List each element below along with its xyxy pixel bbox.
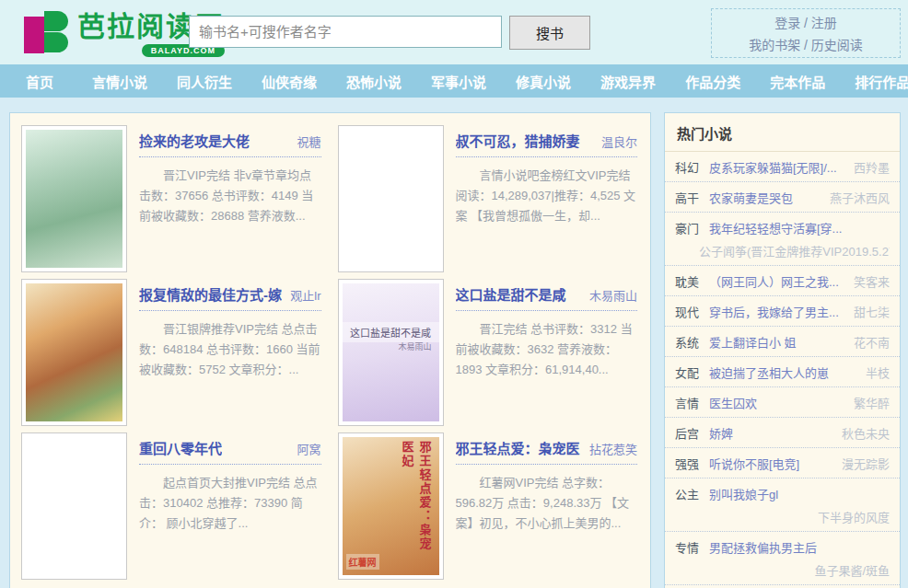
nav-item-game-world[interactable]: 游戏异界 xyxy=(586,72,670,91)
hot-title-link[interactable]: 皮系玩家躲猫猫[无限]/... xyxy=(709,158,848,176)
book-description: 言情小说吧金榜红文VIP完结 阅读：14,289,037|推荐：4,525 文案… xyxy=(456,166,638,226)
book-cover[interactable] xyxy=(21,125,127,272)
search-input[interactable] xyxy=(189,16,502,48)
book-head: 叔不可忍，猎捕娇妻 温良尔 xyxy=(456,131,638,157)
book-card: 叔不可忍，猎捕娇妻 温良尔 言情小说吧金榜红文VIP完结 阅读：14,289,0… xyxy=(338,123,646,277)
hot-item-main: 现代 穿书后，我嫁给了男主... 甜七柒 xyxy=(675,303,890,320)
book-cover-art xyxy=(26,437,122,575)
hot-category-tag: 公主 xyxy=(675,485,709,502)
hot-novels-panel: 热门小说 科幻 皮系玩家躲猫猫[无限]/... 西羚墨 高干 农家萌妻是哭包 燕… xyxy=(664,112,901,588)
book-cover-art xyxy=(26,283,122,421)
book-author-link[interactable]: 温良尔 xyxy=(596,133,637,150)
hot-title-link[interactable]: 娇婢 xyxy=(709,424,836,442)
nav-item-horror[interactable]: 恐怖小说 xyxy=(332,72,416,91)
hot-category-tag: 耽美 xyxy=(675,272,709,290)
hot-title-link[interactable]: 听说你不服[电竞] xyxy=(709,455,836,472)
hot-item-main: 专情 男配拯救偏执男主后 xyxy=(675,538,890,556)
book-cover[interactable]: 这口盐是甜不是咸木易雨山 xyxy=(338,279,444,426)
hot-title-link[interactable]: 别叫我娘子gl xyxy=(709,485,884,502)
book-cover[interactable] xyxy=(338,125,444,272)
hot-list-item: 系统 爱上翻译白小 姐 花不南 xyxy=(665,327,900,357)
hot-category-tag: 强强 xyxy=(675,455,709,472)
hot-author: 甜七柒 xyxy=(854,303,890,320)
hot-title-link[interactable]: 穿书后，我嫁给了男主... xyxy=(709,303,848,320)
hot-title-link[interactable]: 医生囚欢 xyxy=(709,394,848,411)
book-description: 晋江银牌推荐VIP完结 总点击数：648184 总书评数：1660 当前被收藏数… xyxy=(139,319,321,380)
book-card: 报复情敌的最佳方式-嫁 观止lr 晋江银牌推荐VIP完结 总点击数：648184… xyxy=(21,277,329,431)
hot-item-main: 耽美 （网王同人）网王之我... 笑客来 xyxy=(675,272,890,290)
book-info: 重回八零年代 阿窝 起点首页大封推VIP完结 总点击：310402 总推荐：73… xyxy=(127,432,329,584)
hot-title-link[interactable]: 农家萌妻是哭包 xyxy=(709,189,824,206)
nav-item-xianxia[interactable]: 仙侠奇缘 xyxy=(247,72,332,91)
book-info: 这口盐是甜不是咸 木易雨山 晋江完结 总书评数：3312 当前被收藏数：3632… xyxy=(444,279,646,431)
hot-item-main: 公主 别叫我娘子gl xyxy=(675,485,890,502)
book-card: 邪王轻点爱：枭宠医妃红薯网 邪王轻点爱：枭宠医 拈花惹笑 红薯网VIP完结 总字… xyxy=(338,431,646,584)
book-cover-art: 邪王轻点爱：枭宠医妃红薯网 xyxy=(343,437,439,575)
book-author-link[interactable]: 拈花惹笑 xyxy=(584,440,637,457)
hot-list-item: 高干 农家萌妻是哭包 燕子沐西风 xyxy=(665,182,900,213)
hot-title-link[interactable]: 我年纪轻轻想守活寡[穿... xyxy=(709,219,884,236)
hot-author: 笑客来 xyxy=(854,272,890,290)
book-cover[interactable] xyxy=(21,432,127,580)
book-title-link[interactable]: 邪王轻点爱：枭宠医 xyxy=(456,438,580,457)
hot-list-item: 公主 别叫我娘子gl 下半身的风度 xyxy=(665,478,900,532)
hot-panel-title: 热门小说 xyxy=(665,113,900,152)
book-grid: 捡来的老攻是大佬 祝糖 晋江VIP完结 非v章节章均点击数：37656 总书评数… xyxy=(21,123,645,584)
book-cover[interactable] xyxy=(21,279,127,426)
book-info: 捡来的老攻是大佬 祝糖 晋江VIP完结 非v章节章均点击数：37656 总书评数… xyxy=(127,125,329,277)
book-author-link[interactable]: 木易雨山 xyxy=(584,286,637,304)
hot-item-main: 系统 爱上翻译白小 姐 花不南 xyxy=(675,333,890,351)
content-area: 捡来的老攻是大佬 祝糖 晋江VIP完结 非v章节章均点击数：37656 总书评数… xyxy=(0,98,908,588)
book-head: 捡来的老攻是大佬 祝糖 xyxy=(139,131,321,157)
hot-category-tag: 言情 xyxy=(675,394,709,411)
nav-item-military[interactable]: 军事小说 xyxy=(416,72,501,91)
book-card: 重回八零年代 阿窝 起点首页大封推VIP完结 总点击：310402 总推荐：73… xyxy=(21,431,329,584)
nav-item-home[interactable]: 首页 xyxy=(11,72,77,91)
book-title-link[interactable]: 叔不可忍，猎捕娇妻 xyxy=(456,131,580,150)
search-area: 搜书 xyxy=(189,16,590,50)
book-head: 报复情敌的最佳方式-嫁 观止lr xyxy=(139,284,321,311)
search-button[interactable]: 搜书 xyxy=(509,16,590,50)
book-head: 重回八零年代 阿窝 xyxy=(139,438,321,465)
nav-item-categories[interactable]: 作品分类 xyxy=(670,72,755,91)
bookshelf-history-link[interactable]: 我的书架 / 历史阅读 xyxy=(749,35,863,53)
book-cover-art xyxy=(343,130,439,268)
hot-title-link[interactable]: （网王同人）网王之我... xyxy=(709,272,848,290)
hot-item-main: 高干 农家萌妻是哭包 燕子沐西风 xyxy=(675,189,890,206)
book-title-link[interactable]: 报复情敌的最佳方式-嫁 xyxy=(139,284,282,304)
hot-author: 漫无踪影 xyxy=(842,455,890,472)
login-register-link[interactable]: 登录 / 注册 xyxy=(774,13,837,31)
nav-item-romance[interactable]: 言情小说 xyxy=(77,72,162,91)
nav-item-fanfic[interactable]: 同人衍生 xyxy=(162,72,247,91)
nav-item-completed[interactable]: 完本作品 xyxy=(755,72,840,91)
book-card: 捡来的老攻是大佬 祝糖 晋江VIP完结 非v章节章均点击数：37656 总书评数… xyxy=(21,123,329,277)
book-author-link[interactable]: 阿窝 xyxy=(291,440,320,457)
nav-item-rankings[interactable]: 排行作品 xyxy=(840,72,908,91)
book-cover-art xyxy=(26,130,122,268)
hot-category-tag: 女配 xyxy=(675,363,709,381)
hot-list-item: 强强 听说你不服[电竞] 漫无踪影 xyxy=(665,448,900,478)
book-title-link[interactable]: 重回八零年代 xyxy=(139,438,222,457)
book-author-link[interactable]: 观止lr xyxy=(285,286,320,304)
hot-author: 西羚墨 xyxy=(854,158,890,176)
hot-title-link[interactable]: 爱上翻译白小 姐 xyxy=(709,333,848,351)
hot-list-item: 后宫 娇婢 秋色未央 xyxy=(665,418,900,448)
book-head: 邪王轻点爱：枭宠医 拈花惹笑 xyxy=(456,438,638,465)
hot-list-item: 科幻 皮系玩家躲猫猫[无限]/... 西羚墨 xyxy=(665,152,900,182)
book-cover[interactable]: 邪王轻点爱：枭宠医妃红薯网 xyxy=(338,432,444,580)
book-author-link[interactable]: 祝糖 xyxy=(291,133,320,150)
cover-art-text: 邪王轻点爱：枭宠医妃 xyxy=(399,441,434,560)
book-description: 红薯网VIP完结 总字数：596.82万 点击：9,248.33万 【文案】初见… xyxy=(456,473,638,534)
book-info: 叔不可忍，猎捕娇妻 温良尔 言情小说吧金榜红文VIP完结 阅读：14,289,0… xyxy=(444,125,646,277)
hot-category-tag: 现代 xyxy=(675,303,709,320)
hot-category-tag: 豪门 xyxy=(675,219,709,236)
book-title-link[interactable]: 这口盐是甜不是咸 xyxy=(456,284,566,304)
nav-item-cultivation[interactable]: 修真小说 xyxy=(501,72,586,91)
logo-mark-icon xyxy=(24,11,70,53)
hot-title-link[interactable]: 男配拯救偏执男主后 xyxy=(709,538,884,556)
hot-extra-text: 公子闻筝(晋江金牌推荐VIP2019.5.27完结)| xyxy=(675,236,890,259)
book-title-link[interactable]: 捡来的老攻是大佬 xyxy=(139,131,250,150)
hot-title-link[interactable]: 被迫揣了丞相大人的崽 xyxy=(709,363,860,381)
hot-list-item: 豪门 我年纪轻轻想守活寡[穿... 公子闻筝(晋江金牌推荐VIP2019.5.2… xyxy=(665,213,900,266)
hot-item-main: 豪门 我年纪轻轻想守活寡[穿... xyxy=(675,219,890,236)
